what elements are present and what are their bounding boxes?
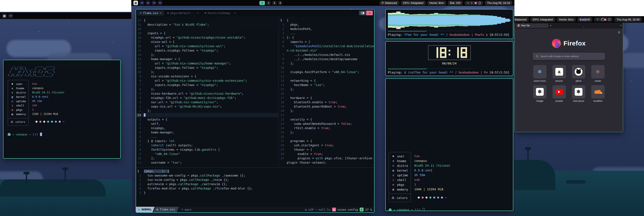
app-launcher-icon[interactable]: ▦ <box>134 1 138 5</box>
status-pill[interactable]: GPU: Integrated <box>530 17 555 22</box>
code-line[interactable]: hardware = { <box>287 96 312 100</box>
shortcut-tile-chatgpt[interactable]: ✻chatgpt <box>533 85 547 102</box>
code-line[interactable]: tux-nvim-config = pkgs.callPackage ./nvi… <box>144 178 229 182</box>
taskbar-app-icon[interactable]: $W <box>140 1 144 5</box>
editor-tab-pkgs-default-[interactable]: ⚙pkgs/default...✕ <box>165 11 201 16</box>
app-launcher-icon[interactable]: ▦ <box>2 14 7 18</box>
code-line[interactable]: pkgs, <box>287 23 300 27</box>
code-line[interactable]: ../../modules/nixos/default.nix <box>287 53 350 57</box>
code-line[interactable]: nix-vscode-extensions = { <box>144 74 196 79</box>
code-line[interactable]: home-manager = { <box>144 57 180 61</box>
code-line[interactable]: }: { <box>287 35 294 40</box>
status-pill[interactable]: GPU: Integrated <box>401 1 426 5</box>
code-line[interactable]: hostName = "iso"; <box>287 83 325 87</box>
code-line[interactable]: forAllSystems = nixpkgs.lib.genAttrs [ <box>144 147 220 152</box>
code-line[interactable]: firefox-mod-blur = pkgs.callPackage ./fi… <box>144 186 253 190</box>
shortcut-tile-youtube[interactable]: youtube <box>552 85 566 102</box>
status-pill[interactable]: P: Balanced <box>380 1 399 5</box>
code-line[interactable]: sops-nix.url = "github:Mic92/sops-nix"; <box>144 104 222 109</box>
tab-close-icon[interactable]: ✕ <box>234 12 236 15</box>
code-line[interactable] <box>144 113 146 117</box>
code-line[interactable]: plugin thunar-volman]; <box>287 160 326 165</box>
code-line[interactable]: url = "github:nix-community/home-manager… <box>144 61 231 66</box>
code-line[interactable]: "x86_64-linux" <box>144 152 180 156</box>
taskbar-app-icon[interactable]: $W <box>152 1 156 5</box>
taskbar-app-icon[interactable]: $W <box>158 1 162 5</box>
workspace-button-3[interactable]: 3 <box>272 1 276 5</box>
system-tray[interactable]: ✳ ᛒ <box>464 1 483 5</box>
terminal-fetch-left[interactable]: _ __ _ ____ _____ / |/ /(_)_ __ / __ \/ … <box>3 60 121 159</box>
code-line[interactable]: outputs = { <box>144 117 168 122</box>
terminal-fetch-right[interactable]: ☻user≡hname❄distro▣kernel◷uptime❯shell⊞p… <box>385 78 513 211</box>
code-line[interactable]: }; <box>287 109 294 113</box>
terminal-cava-visualizer[interactable]: ======================>─────────────────… <box>385 9 513 39</box>
shell-prompt[interactable]: → canopus ~ ))) <box>8 133 116 136</box>
editor-pane-iso-image[interactable]: 1{1 pkgs,2 modulesPath,3 ...4}: {5 impor… <box>278 16 374 167</box>
code-line[interactable]: self, <box>144 122 160 126</box>
taskbar-app-icon[interactable]: $W <box>146 1 150 5</box>
firefox-window[interactable]: ‹ › ⟳ Search with Google or enter addres… <box>514 16 623 132</box>
workspace-button-1[interactable]: 1 <box>259 1 265 5</box>
shortcut-tile-amazon[interactable]: aamazon <box>552 65 566 82</box>
shortcut-tile-claude[interactable]: ✳claude <box>591 65 605 82</box>
window-close-button[interactable]: ✕ <box>366 11 373 15</box>
code-line[interactable]: ]; <box>287 61 294 66</box>
terminal-tty-clock[interactable]: 08/08/24 ======================>────────… <box>385 41 513 76</box>
code-line[interactable]: url = "github:nix-community/nixos-wsl"; <box>144 44 225 48</box>
code-line[interactable]: enable = true; <box>287 152 323 156</box>
editor-tab-flake-nix[interactable]: ⚙flake.nix✕ <box>137 11 164 16</box>
neovim-editor-window[interactable]: ⚙flake.nix✕⚙pkgs/default...✕⚙hosts/isoIm… <box>136 9 374 213</box>
code-line[interactable]: n-cd-minimal.nix" <box>287 48 318 53</box>
gear-icon[interactable]: ⚙ <box>618 31 620 34</box>
code-line[interactable]: description = "tux's NixOS Flake"; <box>144 23 209 27</box>
status-pill[interactable]: P: Balanced <box>514 17 529 22</box>
code-line[interactable]: } @ inputs: let <box>144 139 174 143</box>
code-line[interactable]: ... <box>144 134 156 139</box>
code-line[interactable]: home-manager, <box>144 130 174 134</box>
code-line[interactable]: nixpkgs.hostPlatform = "x86_64-linux"; <box>287 70 359 74</box>
code-line[interactable]: tux-awesome-wm-config = pkgs.callPackage… <box>144 173 245 178</box>
code-line[interactable]: inputs.nixpkgs.follows = "nixpkgs"; <box>144 83 218 87</box>
code-line[interactable]: nixpkgs.url = "github:nixos/nixpkgs/nixo… <box>144 35 245 40</box>
code-line[interactable]: }; <box>144 87 155 91</box>
code-line[interactable]: }; <box>144 109 151 113</box>
code-line[interactable]: { <box>287 18 288 23</box>
status-pill[interactable]: Home: 6ms <box>557 17 576 22</box>
workspace-button-2[interactable]: 2 <box>266 1 271 5</box>
code-line[interactable]: username = "tux"; <box>144 160 182 165</box>
shortcut-tile-chat-openai[interactable]: ✻chat.openai <box>572 85 586 102</box>
shortcut-tile-cloudflare[interactable]: cloudflare <box>591 85 605 102</box>
tab-close-icon[interactable]: ✕ <box>160 12 161 15</box>
code-line[interactable]: {pkgs, ...}: { <box>144 169 169 173</box>
tab-list-chevron-icon[interactable]: ˅ <box>620 24 622 27</box>
tab-close-icon[interactable]: ✕ <box>197 12 199 15</box>
code-line[interactable]: astronvim = pkgs.callPackage ./astronvim… <box>144 182 227 186</box>
code-line[interactable]: imports = [ <box>287 40 310 44</box>
code-line[interactable]: inherit (self) outputs; <box>144 143 193 147</box>
extensions-puzzle-icon[interactable] <box>602 18 604 21</box>
shell-prompt[interactable]: → canopus ~ ))) <box>389 208 510 211</box>
tabbar-toggle-button[interactable] <box>359 11 366 15</box>
code-line[interactable]: inputs.nixpkgs.follows = "nixpkgs"; <box>144 48 218 53</box>
code-line[interactable]: modulesPath, <box>287 27 312 31</box>
code-line[interactable]: networking = { <box>287 79 316 83</box>
code-line[interactable]: }; <box>287 130 294 134</box>
code-line[interactable]: nixpkgs, <box>144 126 166 130</box>
code-line[interactable]: bluetooth.powerOnBoot = true; <box>287 104 346 109</box>
code-line[interactable]: ... <box>287 31 296 35</box>
code-line[interactable]: nixos-wsl = { <box>144 40 174 44</box>
taskbar-app-icon[interactable]: $W <box>8 14 13 18</box>
clock-pill[interactable]: Thu Aug 08, 18:18 <box>485 1 512 5</box>
new-tab-button[interactable]: + <box>550 24 552 27</box>
code-line[interactable]: programs = { <box>287 139 312 143</box>
code-line[interactable]: "${modulesPath}/installer/cd-dvd/install… <box>287 44 374 48</box>
workspace-button-4[interactable]: 4 <box>278 1 282 5</box>
code-line[interactable]: inputs = { <box>144 31 166 35</box>
editor-tab-hosts-isoImag-[interactable]: ⚙hosts/isoImag..✕ <box>202 11 239 16</box>
code-line[interactable]: plugins = with pkgs.xfce; [thunar-archiv… <box>287 156 374 160</box>
code-line[interactable]: }; <box>144 53 155 57</box>
status-pill[interactable]: Bat: 100 <box>448 1 463 5</box>
code-line[interactable]: sudo.wheelNeedsPassword = false; <box>287 122 352 126</box>
shortcut-tile-github[interactable]: github <box>572 65 586 82</box>
code-line[interactable]: security = { <box>287 117 312 122</box>
